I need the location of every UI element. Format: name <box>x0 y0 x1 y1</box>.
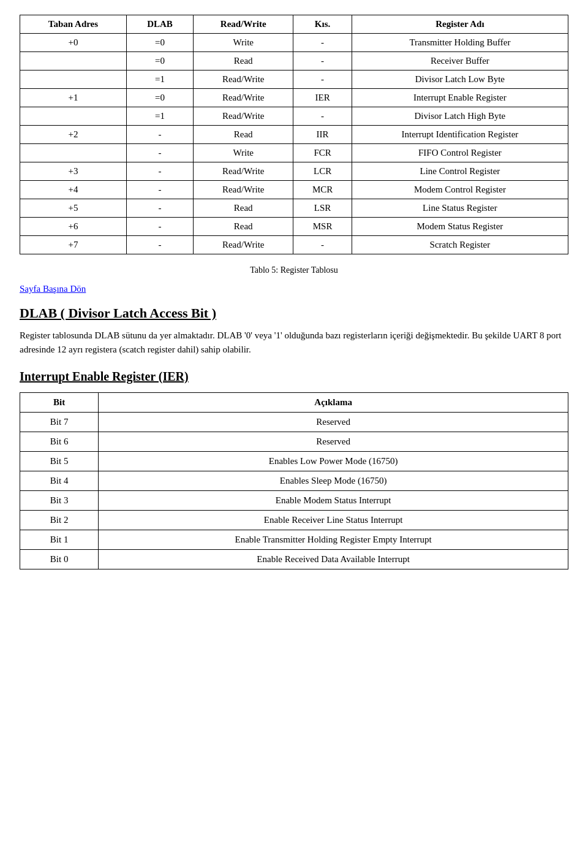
ier-bit-cell: Bit 6 <box>20 432 99 452</box>
table-cell: +4 <box>20 181 127 199</box>
table-cell: - <box>293 70 352 89</box>
table-cell: MCR <box>293 181 352 199</box>
table-cell <box>20 107 127 126</box>
table-cell: Read/Write <box>194 181 293 199</box>
table-cell: Transmitter Holding Buffer <box>352 34 568 52</box>
ier-description-cell: Enable Modem Status Interrupt <box>99 491 568 511</box>
table-row: =0Read-Receiver Buffer <box>20 52 568 70</box>
ier-title: Interrupt Enable Register (IER) <box>20 370 568 384</box>
ier-description-cell: Enable Received Data Available Interrupt <box>99 550 568 569</box>
table-cell: Interrupt Enable Register <box>352 89 568 107</box>
table-row: =1Read/Write-Divisor Latch Low Byte <box>20 70 568 89</box>
table-row: +7-Read/Write-Scratch Register <box>20 236 568 254</box>
table-cell: Read/Write <box>194 70 293 89</box>
table-row: +6-ReadMSRModem Status Register <box>20 218 568 236</box>
dlab-title: DLAB ( Divisor Latch Access Bit ) <box>20 305 568 321</box>
table-cell: LCR <box>293 162 352 181</box>
table-cell: MSR <box>293 218 352 236</box>
ier-description-cell: Enable Receiver Line Status Interrupt <box>99 511 568 530</box>
table-row: +1=0Read/WriteIERInterrupt Enable Regist… <box>20 89 568 107</box>
table-cell: Line Control Register <box>352 162 568 181</box>
table-cell: +6 <box>20 218 127 236</box>
table-cell: +2 <box>20 126 127 144</box>
ier-bit-cell: Bit 4 <box>20 471 99 491</box>
table-row: =1Read/Write-Divisor Latch High Byte <box>20 107 568 126</box>
table-cell: Interrupt Identification Register <box>352 126 568 144</box>
table-cell: - <box>126 144 193 162</box>
table-cell: Write <box>194 144 293 162</box>
table-row: +3-Read/WriteLCRLine Control Register <box>20 162 568 181</box>
ier-bit-cell: Bit 1 <box>20 530 99 550</box>
table-cell: Read/Write <box>194 89 293 107</box>
table-cell: +0 <box>20 34 127 52</box>
table-cell: - <box>293 34 352 52</box>
table-cell: Write <box>194 34 293 52</box>
table-cell: FIFO Control Register <box>352 144 568 162</box>
ier-bit-cell: Bit 0 <box>20 550 99 569</box>
ier-table-row: Bit 7Reserved <box>20 413 568 432</box>
ier-table-header-cell: Bit <box>20 393 99 413</box>
table-cell: Line Status Register <box>352 199 568 218</box>
ier-description-cell: Enable Transmitter Holding Register Empt… <box>99 530 568 550</box>
table-row: +2-ReadIIRInterrupt Identification Regis… <box>20 126 568 144</box>
table-cell: Read <box>194 218 293 236</box>
main-table-header-cell: Read/Write <box>194 15 293 34</box>
table-cell: FCR <box>293 144 352 162</box>
table-cell: - <box>126 181 193 199</box>
table-cell: - <box>293 236 352 254</box>
table-cell: +5 <box>20 199 127 218</box>
table-caption: Tablo 5: Register Tablosu <box>20 265 568 275</box>
table-cell: Read <box>194 126 293 144</box>
ier-bit-cell: Bit 7 <box>20 413 99 432</box>
table-cell: Read/Write <box>194 162 293 181</box>
table-cell: - <box>126 162 193 181</box>
main-register-table: Taban AdresDLABRead/WriteKıs.Register Ad… <box>20 15 568 254</box>
table-cell: =0 <box>126 34 193 52</box>
ier-table-header-cell: Açıklama <box>99 393 568 413</box>
ier-table-row: Bit 5Enables Low Power Mode (16750) <box>20 452 568 471</box>
dlab-body-text: Register tablosunda DLAB sütunu da yer a… <box>20 329 568 356</box>
main-table-header-cell: Taban Adres <box>20 15 127 34</box>
table-cell: Modem Status Register <box>352 218 568 236</box>
table-cell: Read <box>194 52 293 70</box>
table-row: +4-Read/WriteMCRModem Control Register <box>20 181 568 199</box>
table-cell: =0 <box>126 89 193 107</box>
table-cell: =1 <box>126 70 193 89</box>
table-row: +5-ReadLSRLine Status Register <box>20 199 568 218</box>
table-cell: Read <box>194 199 293 218</box>
table-cell: - <box>126 236 193 254</box>
table-cell: Read/Write <box>194 236 293 254</box>
table-cell: Modem Control Register <box>352 181 568 199</box>
table-cell: =0 <box>126 52 193 70</box>
table-cell <box>20 144 127 162</box>
ier-bit-cell: Bit 2 <box>20 511 99 530</box>
ier-description-cell: Reserved <box>99 432 568 452</box>
table-cell: Scratch Register <box>352 236 568 254</box>
table-cell: - <box>126 126 193 144</box>
table-cell: IIR <box>293 126 352 144</box>
table-cell: =1 <box>126 107 193 126</box>
table-cell: Divisor Latch High Byte <box>352 107 568 126</box>
ier-table-row: Bit 3Enable Modem Status Interrupt <box>20 491 568 511</box>
main-table-header-cell: Kıs. <box>293 15 352 34</box>
table-cell: +7 <box>20 236 127 254</box>
table-cell: +1 <box>20 89 127 107</box>
ier-table-row: Bit 4Enables Sleep Mode (16750) <box>20 471 568 491</box>
table-cell: +3 <box>20 162 127 181</box>
table-cell: - <box>126 199 193 218</box>
table-cell: LSR <box>293 199 352 218</box>
table-cell: Read/Write <box>194 107 293 126</box>
ier-description-cell: Enables Low Power Mode (16750) <box>99 452 568 471</box>
ier-bit-cell: Bit 3 <box>20 491 99 511</box>
ier-description-cell: Reserved <box>99 413 568 432</box>
main-table-header-cell: Register Adı <box>352 15 568 34</box>
ier-description-cell: Enables Sleep Mode (16750) <box>99 471 568 491</box>
table-cell: - <box>293 52 352 70</box>
table-cell <box>20 70 127 89</box>
back-link[interactable]: Sayfa Başına Dön <box>20 284 86 294</box>
ier-table: BitAçıklama Bit 7ReservedBit 6ReservedBi… <box>20 392 568 569</box>
ier-bit-cell: Bit 5 <box>20 452 99 471</box>
ier-table-row: Bit 6Reserved <box>20 432 568 452</box>
table-row: -WriteFCRFIFO Control Register <box>20 144 568 162</box>
table-row: +0=0Write-Transmitter Holding Buffer <box>20 34 568 52</box>
